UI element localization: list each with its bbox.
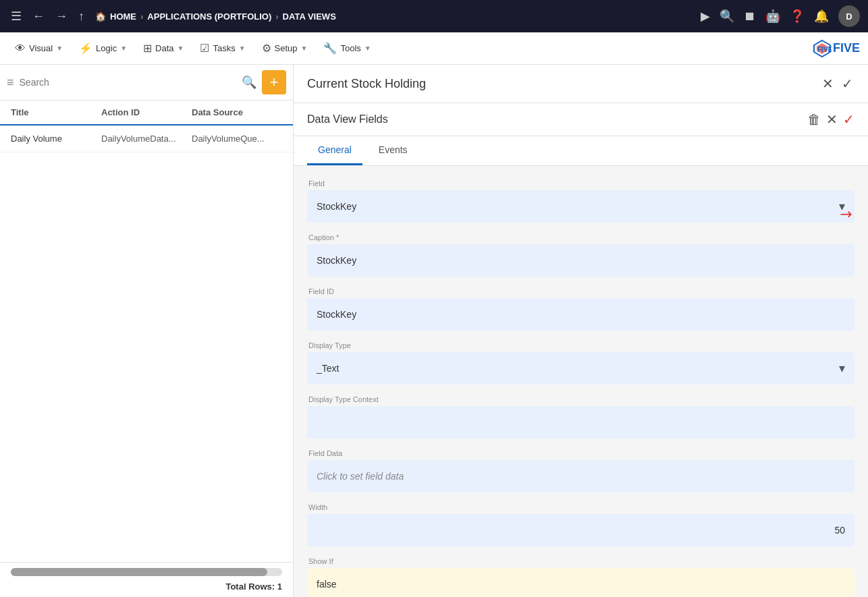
confirm-dvf-button[interactable]: ✓ [843, 111, 855, 127]
field-label-field-data: Field Data [307, 449, 855, 457]
form-group-display-type-context: Display Type Context [307, 395, 855, 438]
field-label-caption: Caption * [307, 233, 855, 241]
field-label-field-id: Field ID [307, 287, 855, 295]
field-dropdown-arrow[interactable]: ▾ [839, 199, 845, 214]
forward-icon[interactable]: → [53, 7, 70, 26]
stop-icon[interactable]: ⏹ [744, 9, 756, 24]
row-title: Daily Volume [11, 134, 101, 144]
menu-tools-label: Tools [340, 43, 360, 53]
field-input-display-type[interactable]: _Text ▾ [307, 352, 855, 385]
five-logo: FIVE FIVE [813, 39, 860, 58]
dvf-actions: 🗑 ✕ ✓ [807, 111, 855, 127]
caption-input[interactable] [317, 255, 845, 266]
menu-data[interactable]: ⊞ Data ▼ [136, 38, 190, 59]
table-header: Title Action ID Data Source [0, 101, 293, 125]
top-right-icons: ▶ 🔍 ⏹ 🤖 ❓ 🔔 D [701, 5, 860, 27]
breadcrumb-home[interactable]: HOME [110, 11, 136, 22]
field-input-display-type-context[interactable] [307, 406, 855, 438]
form-group-field: Field StockKey ▾ [307, 179, 855, 223]
left-panel: ≡ 🔍 + Title Action ID Data Source Daily … [0, 65, 294, 597]
form-group-width: Width [307, 503, 855, 546]
panel-header: Current Stock Holding ✕ ✓ [294, 65, 868, 103]
logic-icon: ⚡ [79, 42, 92, 55]
search-submit-icon[interactable]: 🔍 [242, 75, 256, 90]
show-if-input[interactable] [317, 579, 845, 590]
display-type-dropdown-arrow[interactable]: ▾ [839, 361, 845, 376]
search-input[interactable] [20, 77, 236, 88]
field-input-field-data[interactable]: Click to set field data [307, 460, 855, 492]
form-group-field-id: Field ID [307, 287, 855, 331]
svg-text:FIVE: FIVE [817, 46, 832, 53]
field-id-input[interactable] [317, 309, 845, 320]
up-icon[interactable]: ↑ [76, 7, 87, 26]
menu-setup[interactable]: ⚙ Setup ▼ [255, 38, 315, 59]
play-icon[interactable]: ▶ [701, 9, 710, 24]
col-header-action-id: Action ID [101, 107, 192, 117]
menu-data-label: Data [155, 43, 173, 53]
tab-events[interactable]: Events [368, 136, 418, 165]
field-label-display-type: Display Type [307, 341, 855, 349]
right-panel: Current Stock Holding ✕ ✓ Data View Fiel… [294, 65, 868, 597]
field-input-width[interactable] [307, 514, 855, 546]
delete-button[interactable]: 🗑 [807, 112, 821, 127]
field-label-field: Field [307, 179, 855, 188]
row-action-id: DailyVolumeData... [101, 134, 192, 144]
breadcrumb: 🏠 HOME › APPLICATIONS (PORTFOLIO) › DATA… [95, 11, 336, 22]
width-input[interactable] [317, 525, 845, 536]
horizontal-scrollbar[interactable] [11, 568, 282, 576]
tools-arrow: ▼ [364, 45, 371, 52]
breadcrumb-applications[interactable]: APPLICATIONS (PORTFOLIO) [147, 11, 271, 22]
form-group-show-if: Show If [307, 557, 855, 597]
form-group-field-data: Field Data Click to set field data [307, 449, 855, 492]
display-type-value: _Text [317, 363, 339, 374]
search-icon[interactable]: 🔍 [720, 9, 734, 24]
tasks-icon: ☑ [200, 42, 209, 55]
dvf-header: Data View Fields 🗑 ✕ ✓ [294, 103, 868, 136]
form-area: Field StockKey ▾ Caption * Field ID [294, 166, 868, 597]
field-label-show-if: Show If [307, 557, 855, 565]
menu-visual[interactable]: 👁 Visual ▼ [8, 38, 70, 59]
help-icon[interactable]: ❓ [790, 9, 805, 24]
total-rows: Total Rows: 1 [11, 581, 282, 592]
visual-arrow: ▼ [56, 45, 63, 52]
menu-tools[interactable]: 🔧 Tools ▼ [317, 38, 377, 59]
field-input-field[interactable]: StockKey ▾ [307, 190, 855, 223]
logic-arrow: ▼ [120, 45, 127, 52]
panel-header-actions: ✕ ✓ [821, 74, 855, 93]
menu-icon[interactable]: ☰ [8, 6, 24, 26]
breadcrumb-dataviews[interactable]: DATA VIEWS [283, 11, 336, 22]
setup-arrow: ▼ [301, 45, 308, 52]
data-arrow: ▼ [178, 45, 184, 52]
menu-bar: 👁 Visual ▼ ⚡ Logic ▼ ⊞ Data ▼ ☑ Tasks ▼ … [0, 32, 868, 65]
close-panel-button[interactable]: ✕ [821, 74, 835, 93]
menu-tasks[interactable]: ☑ Tasks ▼ [193, 38, 252, 59]
robot-icon[interactable]: 🤖 [765, 9, 780, 24]
add-button[interactable]: + [262, 70, 286, 94]
confirm-panel-button[interactable]: ✓ [840, 74, 855, 93]
menu-logic[interactable]: ⚡ Logic ▼ [72, 38, 134, 59]
table-row[interactable]: Daily Volume DailyVolumeData... DailyVol… [0, 125, 293, 152]
close-dvf-button[interactable]: ✕ [826, 111, 838, 127]
top-navigation: ☰ ← → ↑ 🏠 HOME › APPLICATIONS (PORTFOLIO… [0, 0, 868, 32]
form-group-caption: Caption * [307, 233, 855, 277]
menu-tasks-label: Tasks [213, 43, 235, 53]
field-input-field-id[interactable] [307, 298, 855, 331]
visual-icon: 👁 [15, 42, 26, 55]
main-content: ≡ 🔍 + Title Action ID Data Source Daily … [0, 65, 868, 597]
five-logo-text: FIVE [833, 41, 860, 55]
tasks-arrow: ▼ [239, 45, 246, 52]
field-input-caption[interactable] [307, 244, 855, 277]
back-icon[interactable]: ← [30, 7, 47, 26]
field-data-click-text: Click to set field data [317, 471, 404, 482]
tab-general[interactable]: General [307, 136, 362, 165]
bell-icon[interactable]: 🔔 [814, 9, 829, 24]
left-footer: Total Rows: 1 [0, 562, 293, 597]
filter-icon: ≡ [7, 76, 14, 90]
menu-setup-label: Setup [275, 43, 298, 53]
panel-title: Current Stock Holding [307, 77, 426, 91]
home-icon: 🏠 [95, 11, 106, 22]
field-input-show-if[interactable] [307, 568, 855, 597]
col-header-title: Title [11, 107, 101, 117]
avatar[interactable]: D [838, 5, 860, 27]
field-value: StockKey [317, 201, 356, 212]
